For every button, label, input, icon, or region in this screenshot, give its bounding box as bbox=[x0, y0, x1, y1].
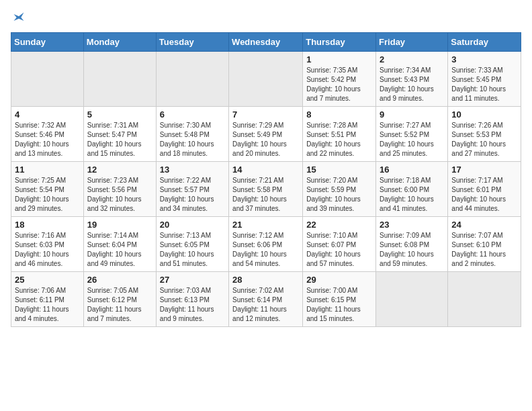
day-info: Sunrise: 7:20 AM Sunset: 5:59 PM Dayligh… bbox=[306, 176, 372, 214]
day-number: 23 bbox=[380, 220, 444, 230]
day-number: 8 bbox=[306, 109, 372, 120]
day-info: Sunrise: 7:25 AM Sunset: 5:54 PM Dayligh… bbox=[15, 176, 80, 214]
calendar-cell: 2Sunrise: 7:34 AM Sunset: 5:43 PM Daylig… bbox=[376, 52, 448, 107]
calendar-cell: 14Sunrise: 7:21 AM Sunset: 5:58 PM Dayli… bbox=[229, 162, 303, 217]
day-info: Sunrise: 7:03 AM Sunset: 6:13 PM Dayligh… bbox=[160, 286, 225, 324]
day-number: 19 bbox=[87, 220, 152, 230]
day-number: 14 bbox=[232, 165, 299, 175]
day-number: 15 bbox=[306, 165, 372, 175]
day-number: 5 bbox=[87, 109, 152, 120]
day-number: 18 bbox=[15, 220, 80, 230]
calendar-week-5: 25Sunrise: 7:06 AM Sunset: 6:11 PM Dayli… bbox=[11, 272, 521, 327]
day-number: 27 bbox=[160, 275, 225, 285]
day-number: 13 bbox=[160, 165, 225, 175]
calendar-cell: 11Sunrise: 7:25 AM Sunset: 5:54 PM Dayli… bbox=[11, 162, 84, 217]
calendar-cell bbox=[376, 272, 448, 327]
calendar-cell bbox=[83, 52, 156, 107]
weekday-header-monday: Monday bbox=[83, 33, 156, 52]
day-number: 11 bbox=[15, 165, 80, 175]
day-number: 1 bbox=[306, 54, 372, 64]
day-info: Sunrise: 7:13 AM Sunset: 6:05 PM Dayligh… bbox=[160, 231, 225, 269]
day-number: 22 bbox=[306, 220, 372, 230]
day-info: Sunrise: 7:33 AM Sunset: 5:45 PM Dayligh… bbox=[451, 66, 517, 103]
day-number: 26 bbox=[87, 275, 152, 285]
calendar-cell: 8Sunrise: 7:28 AM Sunset: 5:51 PM Daylig… bbox=[303, 107, 376, 162]
calendar-cell bbox=[11, 52, 84, 107]
day-number: 21 bbox=[232, 220, 299, 230]
day-info: Sunrise: 7:35 AM Sunset: 5:42 PM Dayligh… bbox=[306, 66, 372, 103]
day-info: Sunrise: 7:06 AM Sunset: 6:11 PM Dayligh… bbox=[15, 286, 80, 324]
day-info: Sunrise: 7:32 AM Sunset: 5:46 PM Dayligh… bbox=[15, 121, 80, 158]
weekday-header-thursday: Thursday bbox=[303, 33, 376, 52]
page-header bbox=[11, 11, 521, 24]
calendar-cell: 3Sunrise: 7:33 AM Sunset: 5:45 PM Daylig… bbox=[448, 52, 521, 107]
calendar-cell: 6Sunrise: 7:30 AM Sunset: 5:48 PM Daylig… bbox=[156, 107, 228, 162]
day-info: Sunrise: 7:14 AM Sunset: 6:04 PM Dayligh… bbox=[87, 231, 152, 269]
calendar-week-4: 18Sunrise: 7:16 AM Sunset: 6:03 PM Dayli… bbox=[11, 217, 521, 272]
day-number: 12 bbox=[87, 165, 152, 175]
day-number: 16 bbox=[380, 165, 444, 175]
day-number: 24 bbox=[451, 220, 517, 230]
calendar-cell bbox=[448, 272, 521, 327]
calendar-cell bbox=[156, 52, 228, 107]
calendar-week-2: 4Sunrise: 7:32 AM Sunset: 5:46 PM Daylig… bbox=[11, 107, 521, 162]
calendar-cell: 27Sunrise: 7:03 AM Sunset: 6:13 PM Dayli… bbox=[156, 272, 228, 327]
calendar-cell: 20Sunrise: 7:13 AM Sunset: 6:05 PM Dayli… bbox=[156, 217, 228, 272]
logo bbox=[11, 11, 26, 24]
calendar-cell bbox=[229, 52, 303, 107]
day-info: Sunrise: 7:05 AM Sunset: 6:12 PM Dayligh… bbox=[87, 286, 152, 324]
calendar-cell: 21Sunrise: 7:12 AM Sunset: 6:06 PM Dayli… bbox=[229, 217, 303, 272]
day-number: 4 bbox=[15, 109, 80, 120]
weekday-header-tuesday: Tuesday bbox=[156, 33, 228, 52]
day-info: Sunrise: 7:12 AM Sunset: 6:06 PM Dayligh… bbox=[232, 231, 299, 269]
logo-bird-icon bbox=[12, 11, 26, 24]
day-info: Sunrise: 7:26 AM Sunset: 5:53 PM Dayligh… bbox=[451, 121, 517, 158]
day-info: Sunrise: 7:23 AM Sunset: 5:56 PM Dayligh… bbox=[87, 176, 152, 214]
weekday-header-wednesday: Wednesday bbox=[229, 33, 303, 52]
calendar-week-1: 1Sunrise: 7:35 AM Sunset: 5:42 PM Daylig… bbox=[11, 52, 521, 107]
day-info: Sunrise: 7:27 AM Sunset: 5:52 PM Dayligh… bbox=[380, 121, 444, 158]
calendar-cell: 24Sunrise: 7:07 AM Sunset: 6:10 PM Dayli… bbox=[448, 217, 521, 272]
calendar-cell: 17Sunrise: 7:17 AM Sunset: 6:01 PM Dayli… bbox=[448, 162, 521, 217]
calendar-table: SundayMondayTuesdayWednesdayThursdayFrid… bbox=[11, 32, 521, 327]
day-number: 6 bbox=[160, 109, 225, 120]
weekday-header-saturday: Saturday bbox=[448, 33, 521, 52]
day-info: Sunrise: 7:16 AM Sunset: 6:03 PM Dayligh… bbox=[15, 231, 80, 269]
calendar-cell: 22Sunrise: 7:10 AM Sunset: 6:07 PM Dayli… bbox=[303, 217, 376, 272]
calendar-cell: 25Sunrise: 7:06 AM Sunset: 6:11 PM Dayli… bbox=[11, 272, 84, 327]
day-info: Sunrise: 7:30 AM Sunset: 5:48 PM Dayligh… bbox=[160, 121, 225, 158]
day-number: 29 bbox=[306, 275, 372, 285]
day-info: Sunrise: 7:17 AM Sunset: 6:01 PM Dayligh… bbox=[451, 176, 517, 214]
day-info: Sunrise: 7:31 AM Sunset: 5:47 PM Dayligh… bbox=[87, 121, 152, 158]
calendar-cell: 29Sunrise: 7:00 AM Sunset: 6:15 PM Dayli… bbox=[303, 272, 376, 327]
calendar-cell: 12Sunrise: 7:23 AM Sunset: 5:56 PM Dayli… bbox=[83, 162, 156, 217]
calendar-cell: 1Sunrise: 7:35 AM Sunset: 5:42 PM Daylig… bbox=[303, 52, 376, 107]
weekday-header-row: SundayMondayTuesdayWednesdayThursdayFrid… bbox=[11, 33, 521, 52]
calendar-cell: 19Sunrise: 7:14 AM Sunset: 6:04 PM Dayli… bbox=[83, 217, 156, 272]
calendar-cell: 18Sunrise: 7:16 AM Sunset: 6:03 PM Dayli… bbox=[11, 217, 84, 272]
calendar-cell: 4Sunrise: 7:32 AM Sunset: 5:46 PM Daylig… bbox=[11, 107, 84, 162]
calendar-cell: 23Sunrise: 7:09 AM Sunset: 6:08 PM Dayli… bbox=[376, 217, 448, 272]
day-number: 9 bbox=[380, 109, 444, 120]
calendar-cell: 16Sunrise: 7:18 AM Sunset: 6:00 PM Dayli… bbox=[376, 162, 448, 217]
day-number: 10 bbox=[451, 109, 517, 120]
day-info: Sunrise: 7:02 AM Sunset: 6:14 PM Dayligh… bbox=[232, 286, 299, 324]
day-number: 7 bbox=[232, 109, 299, 120]
weekday-header-friday: Friday bbox=[376, 33, 448, 52]
calendar-cell: 10Sunrise: 7:26 AM Sunset: 5:53 PM Dayli… bbox=[448, 107, 521, 162]
day-number: 28 bbox=[232, 275, 299, 285]
day-info: Sunrise: 7:10 AM Sunset: 6:07 PM Dayligh… bbox=[306, 231, 372, 269]
day-info: Sunrise: 7:34 AM Sunset: 5:43 PM Dayligh… bbox=[380, 66, 444, 103]
day-number: 25 bbox=[15, 275, 80, 285]
calendar-cell: 15Sunrise: 7:20 AM Sunset: 5:59 PM Dayli… bbox=[303, 162, 376, 217]
calendar-cell: 9Sunrise: 7:27 AM Sunset: 5:52 PM Daylig… bbox=[376, 107, 448, 162]
calendar-cell: 7Sunrise: 7:29 AM Sunset: 5:49 PM Daylig… bbox=[229, 107, 303, 162]
day-info: Sunrise: 7:21 AM Sunset: 5:58 PM Dayligh… bbox=[232, 176, 299, 214]
calendar-cell: 28Sunrise: 7:02 AM Sunset: 6:14 PM Dayli… bbox=[229, 272, 303, 327]
calendar-cell: 5Sunrise: 7:31 AM Sunset: 5:47 PM Daylig… bbox=[83, 107, 156, 162]
weekday-header-sunday: Sunday bbox=[11, 33, 84, 52]
day-number: 20 bbox=[160, 220, 225, 230]
calendar-week-3: 11Sunrise: 7:25 AM Sunset: 5:54 PM Dayli… bbox=[11, 162, 521, 217]
day-info: Sunrise: 7:09 AM Sunset: 6:08 PM Dayligh… bbox=[380, 231, 444, 269]
day-info: Sunrise: 7:00 AM Sunset: 6:15 PM Dayligh… bbox=[306, 286, 372, 324]
